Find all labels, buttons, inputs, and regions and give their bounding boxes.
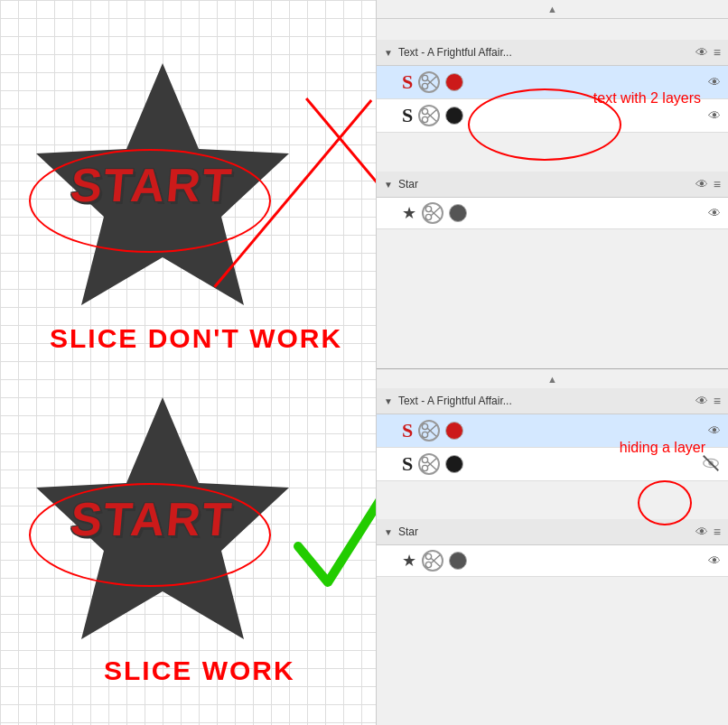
bottom-eye-highlight-circle [638, 480, 692, 525]
bottom-text-group-eye[interactable]: 👁 [695, 394, 708, 408]
bottom-start-oval [29, 483, 271, 587]
top-text-group-name: Text - A Frightful Affair... [398, 46, 690, 59]
top-star-layer-eye[interactable]: 👁 [708, 206, 721, 220]
bottom-star-scissors-icon [422, 550, 443, 572]
svg-line-24 [704, 455, 719, 470]
top-text-group-eye[interactable]: 👁 [695, 45, 708, 60]
top-star-group-header[interactable]: ▼ Star 👁 ≡ [377, 172, 728, 198]
bottom-star-layer-eye[interactable]: 👁 [708, 553, 721, 568]
top-text-group-menu[interactable]: ≡ [714, 45, 721, 60]
bottom-layer2-s-icon: S [402, 452, 413, 476]
annotation-hiding-layer: hiding a layer [620, 440, 705, 456]
bottom-text-group-name: Text - A Frightful Affair... [398, 395, 690, 407]
bottom-layer2-color-swatch [445, 455, 463, 473]
bottom-star-group-menu[interactable]: ≡ [714, 525, 721, 539]
bottom-text-group: ▼ Text - A Frightful Affair... 👁 ≡ S [377, 388, 728, 481]
bottom-star-color-swatch [449, 552, 467, 570]
svg-point-11 [425, 214, 431, 219]
top-start-oval [29, 149, 271, 253]
svg-point-6 [423, 108, 428, 114]
bottom-layer1-scissors-icon [418, 420, 440, 442]
panel-scroll-up-top[interactable]: ▲ [377, 0, 728, 19]
bottom-layer1-s-icon: S [402, 419, 413, 442]
svg-point-25 [425, 553, 431, 559]
bottom-star-group-eye[interactable]: 👁 [695, 525, 708, 539]
bottom-collapse-triangle-icon: ▼ [384, 396, 393, 406]
layers-panel: ▲ ▼ Text - A Frightful Affair... 👁 ≡ S [376, 0, 728, 725]
svg-point-18 [423, 457, 428, 462]
top-layer1-eye[interactable]: 👁 [708, 75, 721, 89]
top-layer2-color-swatch [445, 107, 463, 125]
main-content: START START SLICE DON'T WORK SLICE WORK … [0, 0, 728, 725]
top-star-collapse-icon: ▼ [384, 180, 393, 190]
annotation-text-2-layers: text with 2 layers [593, 90, 701, 107]
top-star-group: ▼ Star 👁 ≡ ★ 👁 [377, 172, 728, 229]
top-layer1-scissors-icon [418, 71, 440, 93]
top-layer2-scissors-icon [418, 105, 440, 126]
top-star-color-swatch [449, 204, 467, 222]
bottom-star-group-name: Star [398, 525, 690, 538]
bottom-layer2-eye-hidden[interactable] [701, 453, 721, 476]
bottom-star-group: ▼ Star 👁 ≡ ★ 👁 [377, 519, 728, 577]
bottom-layer1-eye[interactable]: 👁 [708, 423, 721, 438]
slice-work-text: SLICE WORK [104, 655, 295, 686]
bottom-star-collapse-icon: ▼ [384, 527, 393, 537]
panel-scroll-up-bottom[interactable]: ▲ [377, 370, 728, 389]
svg-point-7 [423, 116, 428, 122]
svg-point-14 [423, 423, 428, 429]
top-star-layer-icon: ★ [402, 203, 416, 223]
scroll-up-icon-2: ▲ [547, 374, 557, 385]
bottom-text-group-header[interactable]: ▼ Text - A Frightful Affair... 👁 ≡ [377, 388, 728, 414]
svg-point-19 [423, 465, 428, 470]
top-star-group-name: Star [398, 178, 690, 191]
collapse-triangle-icon: ▼ [384, 48, 393, 58]
slice-dont-work-text: SLICE DON'T WORK [50, 323, 342, 354]
top-layer1-s-icon: S [402, 70, 413, 94]
scroll-up-icon: ▲ [547, 4, 557, 14]
top-layer2-eye[interactable]: 👁 [708, 108, 721, 123]
top-text-group-header[interactable]: ▼ Text - A Frightful Affair... 👁 ≡ [377, 40, 728, 66]
svg-point-2 [423, 75, 428, 80]
svg-point-10 [425, 206, 431, 211]
top-star-scissors-icon [422, 202, 443, 224]
bottom-layer1-color-swatch [445, 422, 463, 440]
bottom-star-layer-row[interactable]: ★ 👁 [377, 545, 728, 577]
svg-point-15 [423, 432, 428, 437]
green-checkmark [294, 492, 384, 604]
bottom-star-layer-icon: ★ [402, 551, 416, 571]
top-layer2-s-icon: S [402, 104, 413, 127]
bottom-text-group-menu[interactable]: ≡ [714, 394, 721, 408]
top-star-group-menu[interactable]: ≡ [714, 177, 721, 191]
svg-point-26 [425, 562, 431, 567]
top-layers-highlight-circle [468, 88, 621, 161]
panel-divider [377, 368, 728, 369]
svg-point-3 [423, 83, 428, 88]
top-star-group-eye[interactable]: 👁 [695, 177, 708, 191]
bottom-layer2-scissors-icon [418, 453, 440, 475]
top-star-layer-row[interactable]: ★ 👁 [377, 198, 728, 229]
top-layer1-color-swatch [445, 73, 463, 91]
